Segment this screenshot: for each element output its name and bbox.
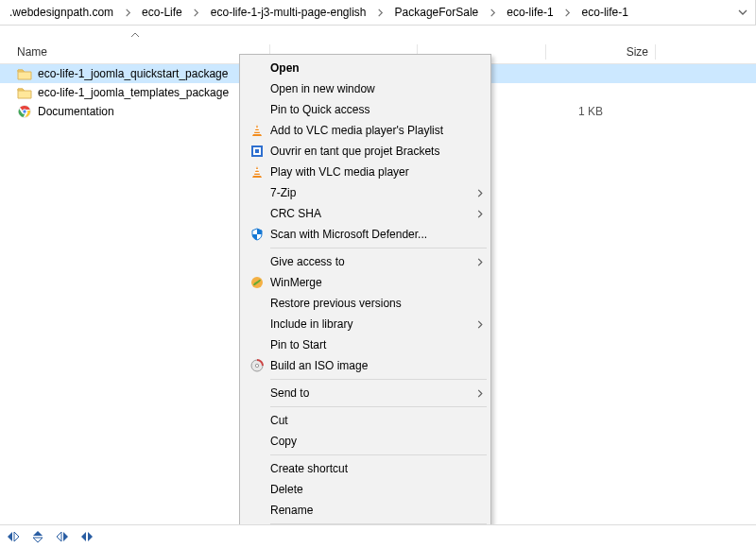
disc-icon [248,358,266,373]
breadcrumb-segment[interactable]: PackageForSale [389,1,485,24]
mirror-left-icon[interactable] [79,529,94,544]
chevron-right-icon[interactable] [484,9,501,17]
menu-item-defender-scan[interactable]: Scan with Microsoft Defender... [242,224,489,245]
menu-label: Open [270,61,489,75]
chevron-right-icon [472,389,489,398]
menu-item-copy[interactable]: Copy [242,431,489,452]
vlc-icon [248,164,266,180]
defender-icon [248,227,266,242]
blank-icon [248,503,266,518]
menu-item-open-new-window[interactable]: Open in new window [242,78,489,99]
blank-icon [248,60,266,76]
menu-item-vlc-play[interactable]: Play with VLC media player [242,162,489,182]
winmerge-icon [248,275,266,290]
chevron-right-icon [472,210,489,218]
menu-item-delete[interactable]: Delete [242,479,489,500]
column-header-name[interactable]: Name [0,41,270,63]
blank-icon [248,81,266,96]
menu-item-restore-previous[interactable]: Restore previous versions [242,293,489,314]
blank-icon [248,385,266,401]
menu-item-give-access-to[interactable]: Give access to [242,251,489,272]
menu-item-create-shortcut[interactable]: Create shortcut [242,458,489,479]
menu-label: Play with VLC media player [270,165,489,179]
svg-rect-8 [255,169,259,171]
menu-separator [270,406,487,407]
brackets-icon [248,144,266,159]
menu-item-send-to[interactable]: Send to [242,383,489,403]
column-header-size[interactable]: Size [546,41,656,63]
menu-item-7zip[interactable]: 7-Zip [242,182,489,203]
menu-label: WinMerge [270,276,489,289]
sort-ascending-icon [130,32,140,38]
menu-label: Create shortcut [270,462,489,475]
blank-icon [248,254,266,269]
blank-icon [248,102,266,117]
chevron-right-icon[interactable] [559,9,576,17]
svg-rect-7 [255,149,259,153]
chevron-right-icon [472,320,489,329]
menu-label: CRC SHA [270,207,472,220]
svg-rect-3 [255,128,259,129]
mirror-right-icon[interactable] [55,529,70,544]
folder-icon [17,85,32,100]
menu-item-winmerge[interactable]: WinMerge [242,272,489,293]
blank-icon [248,185,266,200]
blank-icon [248,413,266,428]
blank-icon [248,296,266,311]
menu-label: Give access to [270,255,472,268]
menu-item-pin-start[interactable]: Pin to Start [242,334,489,355]
address-bar[interactable]: .webdesignpath.com eco-Life eco-life-1-j… [0,0,756,26]
menu-item-include-library[interactable]: Include in library [242,314,489,334]
menu-label: 7-Zip [270,186,472,199]
breadcrumb-segment[interactable]: eco-Life [136,1,188,24]
context-menu: Open Open in new window Pin to Quick acc… [239,54,491,548]
flip-vertical-icon[interactable] [30,529,45,544]
menu-label: Pin to Start [270,338,489,351]
status-bar [0,524,756,548]
menu-item-brackets[interactable]: Ouvrir en tant que projet Brackets [242,141,489,162]
chrome-icon [17,104,32,119]
chevron-right-icon [472,258,489,266]
menu-item-crc-sha[interactable]: CRC SHA [242,203,489,224]
file-name: Documentation [38,105,114,118]
file-size: 1 KB [508,105,603,118]
chevron-right-icon[interactable] [188,9,205,17]
flip-horizontal-icon[interactable] [6,529,21,544]
breadcrumb-segment[interactable]: eco-life-1 [576,1,634,24]
menu-label: Ouvrir en tant que projet Brackets [270,145,489,158]
chevron-right-icon[interactable] [372,9,389,17]
chevron-down-icon[interactable] [738,9,747,16]
menu-separator [270,248,487,248]
blank-icon [248,206,266,221]
breadcrumb-segment[interactable]: eco-life-1 [501,1,558,24]
blank-icon [248,461,266,476]
menu-item-cut[interactable]: Cut [242,410,489,431]
menu-label: Restore previous versions [270,297,489,310]
breadcrumb-segment[interactable]: .webdesignpath.com [4,1,119,24]
chevron-right-icon [472,189,489,197]
menu-item-open[interactable]: Open [242,58,489,78]
menu-label: Delete [270,483,489,496]
svg-rect-9 [254,172,259,174]
menu-label: Send to [270,386,472,400]
column-label: Name [17,45,47,59]
menu-item-pin-quick-access[interactable]: Pin to Quick access [242,99,489,120]
menu-label: Copy [270,435,489,448]
file-name: eco-life-1_joomla_quickstart_package [38,67,228,80]
file-name: eco-life-1_joomla_templates_package [38,86,229,99]
menu-label: Open in new window [270,82,489,95]
menu-separator [270,454,487,455]
folder-icon [17,66,32,81]
menu-item-rename[interactable]: Rename [242,500,489,521]
menu-label: Rename [270,504,489,517]
vlc-icon [248,123,266,138]
menu-label: Build an ISO image [270,359,489,372]
menu-item-vlc-add-playlist[interactable]: Add to VLC media player's Playlist [242,120,489,141]
breadcrumb-segment[interactable]: eco-life-1-j3-multi-page-english [205,1,372,24]
menu-separator [270,379,487,380]
chevron-right-icon[interactable] [119,9,136,17]
menu-label: Pin to Quick access [270,103,489,116]
column-label: Size [627,45,648,59]
menu-label: Include in library [270,317,472,331]
menu-item-build-iso[interactable]: Build an ISO image [242,355,489,376]
